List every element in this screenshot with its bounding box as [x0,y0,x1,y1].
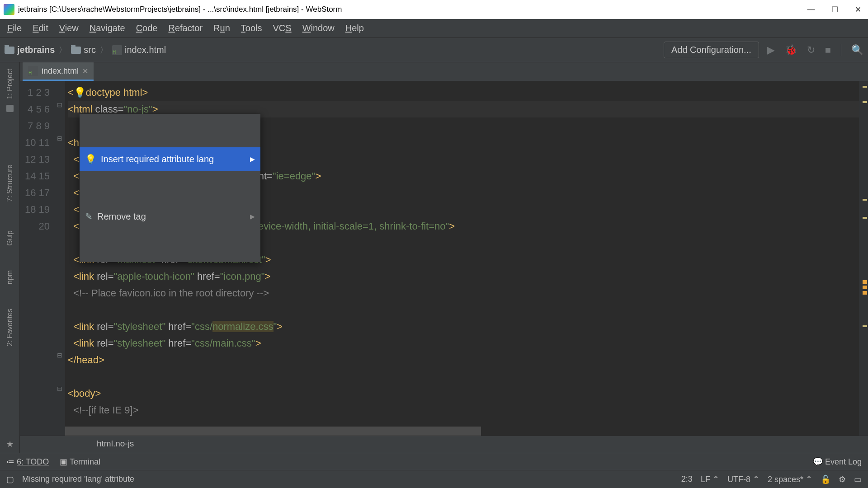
status-bar: ▢ Missing required 'lang' attribute 2:3 … [0,470,868,488]
titlebar: jetbrains [C:\Users\rache\WebstormProjec… [0,0,868,19]
edit-icon: ✎ [85,208,93,225]
main-area: 1: Project 7: Structure Gulp npm 2: Favo… [0,62,868,453]
intention-item-remove-tag[interactable]: ✎ Remove tag ▶ [80,205,260,229]
intention-popup: 💡 Insert required attribute lang ▶ ✎ Rem… [80,114,260,262]
editor-breadcrumb[interactable]: html.no-js [20,436,868,453]
submenu-arrow-icon: ▶ [250,208,255,225]
intention-bulb-icon[interactable]: 💡 [74,87,86,98]
tool-project[interactable]: 1: Project [6,65,14,103]
separator [841,44,841,56]
html-file-icon: H [112,45,122,55]
menubar: File Edit View Navigate Code Refactor Ru… [0,19,868,38]
submenu-arrow-icon: ▶ [250,151,255,168]
html-file-icon: H [28,66,38,76]
tool-gulp[interactable]: Gulp [6,227,14,249]
status-cursor-position[interactable]: 2:3 [681,474,693,484]
debug-icon[interactable]: 🐞 [785,44,797,56]
hector-icon[interactable]: ⚙ [839,474,846,484]
fold-toggle-icon[interactable]: ⊟ [57,385,62,392]
status-line-separator[interactable]: LF ⌃ [701,474,719,484]
fold-column: ⊟ ⊟ ⊟ ⊟ [56,81,65,436]
maximize-button[interactable]: ☐ [830,5,839,14]
status-message: Missing required 'lang' attribute [22,474,134,484]
menu-navigate[interactable]: Navigate [85,21,130,35]
status-encoding[interactable]: UTF-8 ⌃ [727,474,760,484]
tab-index-html[interactable]: H index.html ✕ [23,62,94,81]
menu-code[interactable]: Code [132,21,162,35]
search-icon[interactable]: 🔍 [851,44,863,56]
intention-label: Remove tag [97,208,146,225]
breadcrumb-project[interactable]: jetbrains [5,45,55,55]
editor-tabs: H index.html ✕ [20,62,868,81]
event-log-tool[interactable]: 💬 Event Log [813,457,862,467]
tool-favorites[interactable]: 2: Favorites [6,305,14,350]
menu-tools[interactable]: Tools [236,21,267,35]
editor: H index.html ✕ 1 2 3 4 5 6 7 8 9 10 11 1… [20,62,868,453]
close-button[interactable]: ✕ [854,5,863,14]
run-icon[interactable]: ▶ [767,44,775,56]
fold-close-icon[interactable]: ⊟ [57,352,62,359]
navigation-toolbar: jetbrains 〉 src 〉 H index.html Add Confi… [0,38,868,62]
breadcrumb-file[interactable]: H index.html [112,45,166,55]
menu-vcs[interactable]: VCS [269,21,296,35]
status-indent[interactable]: 2 spaces* ⌃ [768,474,812,484]
memory-indicator-icon[interactable]: ▭ [854,474,862,484]
error-stripe[interactable] [859,81,868,436]
status-tool-windows-icon[interactable]: ▢ [6,474,14,484]
folder-icon [5,47,14,54]
menu-edit[interactable]: Edit [28,21,52,35]
tab-label: index.html [42,66,79,76]
breadcrumb-project-label: jetbrains [17,45,55,55]
bottom-tool-bar: ≔ 6: TODO ▣ Terminal 💬 Event Log [0,453,868,470]
menu-view[interactable]: View [55,21,83,35]
add-configuration-button[interactable]: Add Configuration... [664,42,759,58]
fold-toggle-icon[interactable]: ⊟ [57,101,62,108]
terminal-tool[interactable]: ▣ Terminal [60,457,100,467]
editor-breadcrumb-label: html.no-js [97,439,134,448]
menu-file[interactable]: File [3,21,26,35]
window-title: jetbrains [C:\Users\rache\WebstormProjec… [18,5,807,14]
breadcrumb-folder-label: src [84,45,96,55]
menu-window[interactable]: Window [298,21,339,35]
app-icon [4,4,14,15]
line-number-gutter: 1 2 3 4 5 6 7 8 9 10 11 12 13 14 15 16 1… [20,81,56,436]
folder-icon [71,47,81,54]
rerun-icon[interactable]: ↻ [807,44,815,56]
stop-icon[interactable]: ■ [825,44,831,56]
menu-run[interactable]: Run [209,21,235,35]
fold-toggle-icon[interactable]: ⊟ [57,135,62,142]
code-area[interactable]: 1 2 3 4 5 6 7 8 9 10 11 12 13 14 15 16 1… [20,81,868,436]
breadcrumb-file-label: index.html [125,45,166,55]
bulb-icon: 💡 [85,151,96,168]
star-icon[interactable]: ★ [6,439,14,449]
breadcrumb-folder[interactable]: src [71,45,96,55]
todo-tool[interactable]: ≔ 6: TODO [6,457,49,467]
path-breadcrumb: jetbrains 〉 src 〉 H index.html [5,44,166,56]
minimize-button[interactable]: — [807,5,816,14]
tool-npm[interactable]: npm [6,267,14,288]
intention-label: Insert required attribute lang [101,151,214,168]
code-content[interactable]: <💡doctype html> <html class="no-js"> <h … [65,81,859,436]
menu-help[interactable]: Help [341,21,368,35]
close-tab-icon[interactable]: ✕ [82,67,88,75]
lock-icon[interactable]: 🔓 [821,474,830,484]
chevron-right-icon: 〉 [58,44,67,56]
chevron-right-icon: 〉 [99,44,108,56]
run-toolbar: ▶ 🐞 ↻ ■ 🔍 [767,44,863,56]
intention-item-insert-lang[interactable]: 💡 Insert required attribute lang ▶ [80,147,260,171]
left-tool-strip: 1: Project 7: Structure Gulp npm 2: Favo… [0,62,20,453]
window-controls: — ☐ ✕ [807,5,863,14]
menu-refactor[interactable]: Refactor [164,21,207,35]
project-icon[interactable] [6,105,14,112]
tool-structure[interactable]: 7: Structure [6,161,14,206]
